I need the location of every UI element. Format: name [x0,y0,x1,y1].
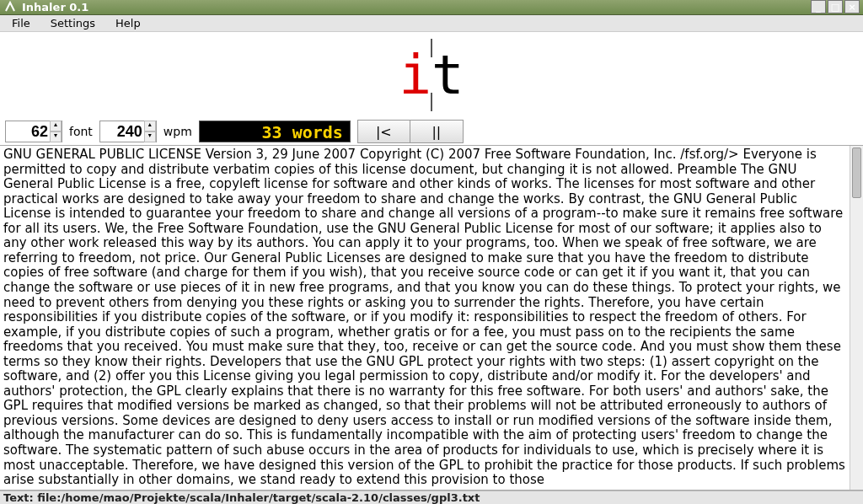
menu-help[interactable]: Help [107,15,149,31]
reticle-bottom-icon [431,93,432,111]
statusbar: Text: file:/home/mao/Projekte/scala/Inha… [0,491,863,504]
vertical-scrollbar[interactable] [850,146,863,490]
menubar: File Settings Help [0,15,863,32]
window-buttons: _ □ × [811,0,860,13]
restart-icon: |< [376,124,392,140]
restart-button[interactable]: |< [358,121,410,142]
wpm-label: wpm [163,125,192,138]
menu-file[interactable]: File [3,15,39,31]
window-titlebar: Inhaler 0.1 _ □ × [0,0,863,15]
font-up-button[interactable]: ▴ [50,121,62,131]
close-button[interactable]: × [844,0,860,13]
font-label: font [69,125,93,138]
controls-row: ▴ ▾ font ▴ ▾ wpm 33 words |< || [0,118,863,145]
word-post: t [432,44,464,106]
wpm-input[interactable] [100,123,144,141]
pause-icon: || [432,124,441,140]
menu-settings[interactable]: Settings [42,15,104,31]
window-title: Inhaler 0.1 [22,1,811,13]
document-text[interactable]: GNU GENERAL PUBLIC LICENSE Version 3, 29… [0,146,850,490]
wpm-spinner[interactable]: ▴ ▾ [99,121,157,142]
reader-display: it [0,32,863,118]
wpm-up-button[interactable]: ▴ [144,121,156,131]
document-pane: GNU GENERAL PUBLIC LICENSE Version 3, 29… [0,145,863,491]
minimize-button[interactable]: _ [811,0,826,13]
app-icon [3,0,17,13]
scroll-thumb[interactable] [852,147,861,198]
word-count-display: 33 words [199,121,351,142]
pause-button[interactable]: || [410,121,463,142]
playback-controls: |< || [357,120,464,143]
font-size-input[interactable] [6,123,50,141]
maximize-button[interactable]: □ [828,0,843,13]
wpm-down-button[interactable]: ▾ [144,131,156,142]
reticle-top-icon [431,39,432,57]
word-orp: i [399,44,432,106]
font-down-button[interactable]: ▾ [50,131,62,142]
font-size-spinner[interactable]: ▴ ▾ [5,121,62,142]
status-text: Text: file:/home/mao/Projekte/scala/Inha… [3,491,480,504]
